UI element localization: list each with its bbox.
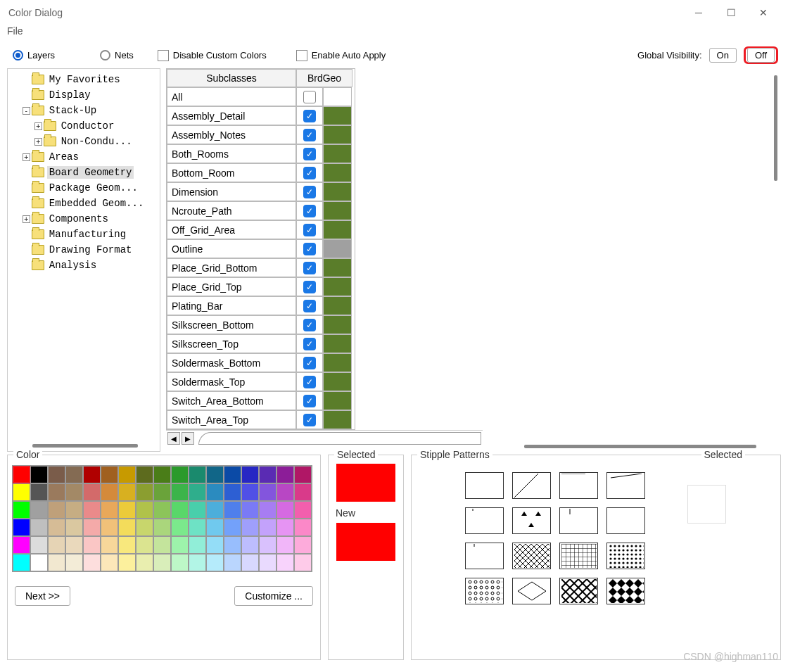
subclass-color-swatch[interactable] — [323, 106, 352, 125]
radio-layers[interactable]: Layers — [13, 50, 55, 61]
palette-swatch[interactable] — [259, 483, 277, 501]
palette-swatch[interactable] — [65, 519, 83, 536]
subclass-name[interactable]: Off_Grid_Area — [167, 220, 296, 239]
subclass-color-swatch[interactable] — [323, 334, 352, 353]
palette-swatch[interactable] — [241, 536, 259, 554]
tree-item[interactable]: Manufacturing — [11, 227, 157, 242]
subclass-name[interactable]: Soldermask_Top — [167, 372, 296, 391]
tree-expander[interactable]: + — [34, 122, 42, 130]
stipple-dash-v[interactable] — [465, 543, 504, 569]
subclass-color-swatch[interactable] — [323, 391, 352, 410]
palette-swatch[interactable] — [30, 483, 48, 501]
palette-swatch[interactable] — [153, 466, 171, 483]
customize-button[interactable]: Customize ... — [234, 586, 313, 606]
palette-swatch[interactable] — [30, 501, 48, 519]
subclass-color-swatch[interactable] — [323, 201, 352, 220]
subclass-visibility-checkbox[interactable]: ✓ — [296, 391, 323, 410]
color-palette[interactable] — [12, 465, 312, 572]
subclass-color-swatch[interactable] — [323, 163, 352, 182]
palette-swatch[interactable] — [118, 554, 136, 571]
subclass-visibility-checkbox[interactable]: ✓ — [296, 182, 323, 201]
palette-swatch[interactable] — [259, 536, 277, 554]
subclass-name[interactable]: Silkscreen_Top — [167, 334, 296, 353]
subclass-color-swatch[interactable] — [323, 182, 352, 201]
subclass-visibility-checkbox[interactable]: ✓ — [296, 163, 323, 182]
palette-swatch[interactable] — [206, 554, 224, 571]
stipple-diag-left[interactable] — [512, 472, 551, 499]
palette-swatch[interactable] — [83, 501, 101, 519]
chk-disable-custom[interactable]: Disable Custom Colors — [158, 50, 267, 61]
stipple-blank[interactable] — [465, 472, 504, 499]
radio-nets[interactable]: Nets — [100, 50, 134, 61]
grid-tab[interactable] — [198, 432, 481, 445]
grid-vscrollbar[interactable] — [774, 75, 777, 181]
palette-swatch[interactable] — [48, 519, 65, 536]
subclass-name[interactable]: Switch_Area_Bottom — [167, 391, 296, 410]
subclass-visibility-checkbox[interactable]: ✓ — [296, 201, 323, 220]
palette-swatch[interactable] — [277, 536, 294, 554]
stipple-dots-dense[interactable] — [606, 543, 645, 569]
palette-swatch[interactable] — [189, 554, 206, 571]
subclass-name[interactable]: Assembly_Notes — [167, 125, 296, 144]
tree-item[interactable]: +Conductor — [11, 118, 157, 134]
subclass-name[interactable]: Soldermask_Bottom — [167, 353, 296, 372]
close-button[interactable]: ✕ — [747, 0, 780, 25]
palette-swatch[interactable] — [171, 536, 189, 554]
palette-swatch[interactable] — [241, 501, 259, 519]
tree-expander[interactable]: + — [34, 138, 42, 146]
palette-swatch[interactable] — [224, 554, 241, 571]
tree-item[interactable]: My Favorites — [11, 72, 157, 87]
palette-swatch[interactable] — [118, 466, 136, 483]
palette-swatch[interactable] — [277, 554, 294, 571]
tree-item[interactable]: Package Geom... — [11, 180, 157, 196]
subclass-name[interactable]: Dimension — [167, 182, 296, 201]
subclass-name[interactable]: Place_Grid_Top — [167, 277, 296, 296]
subclass-name[interactable]: Silkscreen_Bottom — [167, 315, 296, 334]
header-subclasses[interactable]: Subclasses — [167, 69, 296, 87]
palette-swatch[interactable] — [118, 501, 136, 519]
palette-swatch[interactable] — [83, 536, 101, 554]
tree-item[interactable]: Board Geometry — [11, 165, 157, 180]
subclass-visibility-checkbox[interactable]: ✓ — [296, 410, 323, 429]
grid-nav-left[interactable]: ◀ — [167, 432, 180, 445]
tree-item[interactable]: +Components — [11, 211, 157, 227]
palette-swatch[interactable] — [241, 466, 259, 483]
stipple-dots-sparse[interactable] — [606, 507, 645, 534]
subclass-visibility-checkbox[interactable]: ✓ — [296, 125, 323, 144]
stipple-diamond[interactable] — [512, 578, 551, 604]
stipple-plus[interactable] — [559, 507, 598, 534]
tree-expander[interactable]: + — [23, 153, 30, 161]
subclass-visibility-checkbox[interactable]: ✓ — [296, 334, 323, 353]
subclass-visibility-checkbox[interactable]: ✓ — [296, 239, 323, 258]
palette-swatch[interactable] — [241, 519, 259, 536]
subclass-color-swatch[interactable] — [323, 277, 352, 296]
palette-swatch[interactable] — [171, 501, 189, 519]
tree-expander[interactable]: + — [23, 215, 30, 223]
palette-swatch[interactable] — [153, 536, 171, 554]
palette-swatch[interactable] — [101, 483, 118, 501]
palette-swatch[interactable] — [206, 466, 224, 483]
palette-swatch[interactable] — [277, 519, 294, 536]
palette-swatch[interactable] — [13, 519, 30, 536]
palette-swatch[interactable] — [118, 483, 136, 501]
tree-item[interactable]: -Stack-Up — [11, 103, 157, 118]
subclass-color-swatch[interactable] — [323, 144, 352, 163]
subclass-visibility-checkbox[interactable]: ✓ — [296, 372, 323, 391]
palette-swatch[interactable] — [294, 554, 312, 571]
palette-swatch[interactable] — [83, 519, 101, 536]
palette-swatch[interactable] — [224, 483, 241, 501]
stipple-check[interactable] — [606, 578, 645, 604]
palette-swatch[interactable] — [189, 501, 206, 519]
stipple-horiz-lines[interactable] — [606, 472, 645, 499]
palette-swatch[interactable] — [48, 483, 65, 501]
palette-swatch[interactable] — [153, 483, 171, 501]
palette-swatch[interactable] — [277, 483, 294, 501]
palette-swatch[interactable] — [294, 501, 312, 519]
palette-swatch[interactable] — [83, 554, 101, 571]
palette-swatch[interactable] — [118, 519, 136, 536]
header-brdgeo[interactable]: BrdGeo — [296, 69, 352, 87]
subclass-visibility-checkbox[interactable]: ✓ — [296, 106, 323, 125]
next-button[interactable]: Next >> — [15, 586, 70, 606]
palette-swatch[interactable] — [13, 554, 30, 571]
tree-item[interactable]: Analysis — [11, 258, 157, 273]
